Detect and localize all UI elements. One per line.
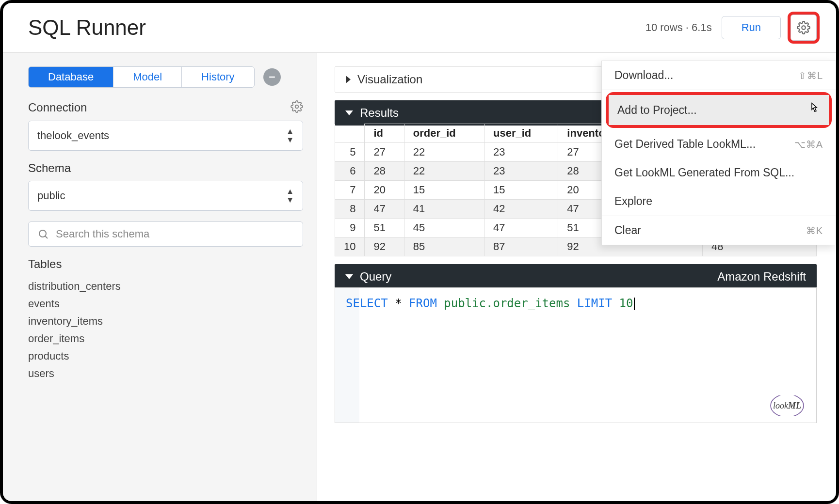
settings-dropdown: Download... ⇧⌘L Add to Project... Get De… [601,61,836,245]
sort-icon: ▲▼ [286,187,294,205]
minus-icon [267,72,277,82]
table-item[interactable]: users [28,365,303,382]
menu-add-to-project-highlight: Add to Project... [606,92,832,128]
text-cursor [634,298,635,310]
gear-icon [290,100,303,113]
cell: 42 [484,200,558,219]
query-label: Query [360,270,391,284]
table-item[interactable]: distribution_centers [28,278,303,295]
tab-database[interactable]: Database [29,67,113,87]
column-header[interactable]: order_id [404,124,484,143]
svg-text:lookML: lookML [773,401,801,410]
menu-generated-lookml[interactable]: Get LookML Generated From SQL... [602,158,836,187]
gear-icon [797,21,810,34]
connection-label: Connection [28,101,87,114]
schema-value: public [37,189,65,202]
svg-point-2 [295,105,299,109]
pointer-cursor-icon [808,102,820,118]
tab-model[interactable]: Model [113,67,182,87]
cell: 85 [404,237,484,256]
sidebar-tabs: Database Model History [28,66,255,88]
row-number: 9 [335,219,365,237]
cell: 23 [484,143,558,162]
cell: 23 [484,162,558,181]
row-number: 6 [335,162,365,181]
cell: 20 [365,181,404,200]
connection-select[interactable]: thelook_events ▲▼ [28,121,303,151]
cell: 28 [365,162,404,181]
row-number: 8 [335,200,365,219]
schema-label: Schema [28,161,303,175]
status-text: 10 rows · 6.1s [645,21,712,34]
table-item[interactable]: products [28,347,303,365]
svg-point-3 [39,230,46,237]
svg-line-4 [46,236,48,239]
menu-explore[interactable]: Explore [602,187,836,216]
lookml-logo: lookML [768,395,807,416]
tables-label: Tables [28,257,303,271]
cell: 51 [365,219,404,237]
sort-icon: ▲▼ [286,127,294,144]
column-header[interactable]: user_id [484,124,558,143]
collapse-sidebar-button[interactable] [263,68,281,86]
cell: 22 [404,162,484,181]
cell: 87 [484,237,558,256]
column-header[interactable]: id [365,124,404,143]
cell: 47 [365,200,404,219]
row-number: 5 [335,143,365,162]
cell: 22 [404,143,484,162]
svg-point-0 [802,26,805,29]
kbd-shortcut: ⇧⌘L [798,70,823,81]
cell: 47 [484,219,558,237]
results-label: Results [360,106,399,120]
menu-clear[interactable]: Clear ⌘K [602,216,836,245]
cell: 45 [404,219,484,237]
schema-search-input[interactable]: Search this schema [28,221,303,247]
visualization-label: Visualization [357,73,422,86]
header: SQL Runner 10 rows · 6.1s Run [3,3,836,53]
menu-derived-table[interactable]: Get Derived Table LookML... ⌥⌘A [602,130,836,158]
table-item[interactable]: order_items [28,330,303,347]
connection-settings-button[interactable] [290,100,303,115]
row-number-header [335,124,365,143]
tables-list: distribution_centerseventsinventory_item… [28,278,303,382]
chevron-right-icon [346,76,351,83]
table-item[interactable]: inventory_items [28,313,303,330]
chevron-down-icon [345,274,353,279]
page-title: SQL Runner [28,16,146,40]
menu-add-to-project[interactable]: Add to Project... [609,95,829,125]
connection-value: thelook_events [37,129,109,142]
search-icon [37,228,49,240]
cell: 15 [484,181,558,200]
chevron-down-icon [345,110,353,115]
search-placeholder: Search this schema [56,228,149,240]
cell: 27 [365,143,404,162]
kbd-shortcut: ⌥⌘A [794,139,823,150]
cell: 15 [404,181,484,200]
cell: 41 [404,200,484,219]
table-item[interactable]: events [28,295,303,313]
schema-select[interactable]: public ▲▼ [28,181,303,211]
sidebar: Database Model History Connection [3,53,317,501]
engine-label: Amazon Redshift [717,270,806,284]
menu-download[interactable]: Download... ⇧⌘L [602,61,836,90]
query-editor[interactable]: SELECT * FROM public.order_items LIMIT 1… [335,287,817,423]
cell: 92 [365,237,404,256]
tab-history[interactable]: History [182,67,254,87]
row-number: 7 [335,181,365,200]
kbd-shortcut: ⌘K [806,225,823,236]
settings-button[interactable] [791,15,817,41]
run-button[interactable]: Run [722,16,781,39]
query-panel-header[interactable]: Query Amazon Redshift [335,264,817,289]
row-number: 10 [335,237,365,256]
